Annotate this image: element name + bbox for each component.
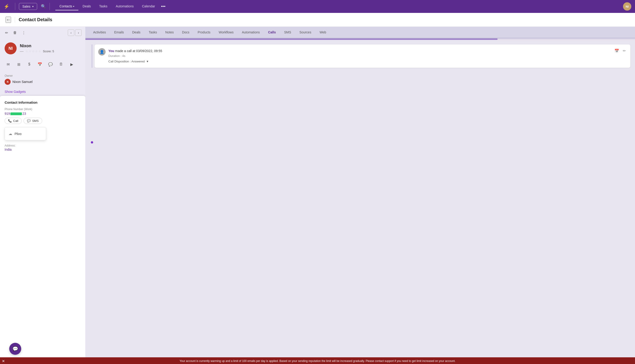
search-button[interactable]: 🔍 (41, 4, 46, 9)
nav-divider-1 (15, 3, 15, 10)
owner-label: Owner (5, 74, 81, 78)
tab-sms[interactable]: SMS (280, 27, 295, 38)
notification-message: Your account is currently warming up and… (180, 360, 456, 362)
tab-notes[interactable]: Notes (161, 27, 178, 38)
tab-docs[interactable]: Docs (178, 27, 193, 38)
calendar-action-button[interactable]: 📅 (36, 60, 44, 69)
address-value: India (5, 148, 81, 151)
contact-avatar: NI (5, 42, 17, 54)
score-dash-icon: — (20, 49, 24, 54)
content-area: 👤 You made a call at 03/09/2022, 09:55 D… (85, 40, 635, 357)
play-action-button[interactable]: ▶ (67, 60, 76, 69)
tab-workflows[interactable]: Workflows (215, 27, 238, 38)
header-divider (15, 17, 15, 22)
nav-link-contacts[interactable]: Contacts ▾ (55, 2, 78, 10)
app-logo[interactable]: ⚡ (4, 4, 10, 9)
address-section: Address: India (5, 144, 81, 151)
nav-links: Contacts ▾ Deals Tasks Automations Calen… (55, 2, 167, 11)
tab-web[interactable]: Web (315, 27, 331, 38)
bottom-notification-bar: ✕ Your account is currently warming up a… (0, 357, 635, 364)
tab-deals[interactable]: Deals (128, 27, 145, 38)
tab-products[interactable]: Products (193, 27, 214, 38)
tabs-container: Activities Emails Deals Tasks Notes Docs… (85, 27, 635, 38)
owner-section: Owner N Nixon Samuel (0, 72, 85, 88)
page-header: ← Contact Details (0, 13, 635, 27)
owner-avatar: N (5, 79, 11, 85)
call-sms-row: 📞 Call 💬 SMS (5, 118, 81, 124)
phone-field-value: 91923 (5, 112, 81, 116)
contact-card: NI Nixon — ☆☆☆☆☆ Score: 5 (0, 39, 85, 58)
tab-sources[interactable]: Sources (295, 27, 315, 38)
avatar-icon: 👤 (100, 50, 104, 54)
timeline-line (92, 44, 92, 68)
edit-call-button[interactable]: ✏ (622, 48, 627, 54)
edit-contact-button[interactable]: ✏ (4, 30, 10, 36)
more-menu-button[interactable]: ••• (159, 2, 167, 11)
call-button[interactable]: 📞 Call (5, 118, 22, 124)
email-action-button[interactable]: ✉ (4, 60, 13, 69)
action-icons-row: ✉ ⊞ $ 📅 💬 🗓 ▶ (0, 58, 85, 72)
back-button[interactable]: ← (6, 16, 11, 23)
chat-icon: 💬 (13, 346, 18, 352)
disposition-dropdown-button[interactable]: ▾ (147, 60, 148, 63)
call-title: You made a call at 03/09/2022, 09:55 (108, 49, 626, 53)
right-panel: Activities Emails Deals Tasks Notes Docs… (85, 27, 635, 357)
sms-button[interactable]: 💬 SMS (24, 118, 42, 124)
topnav: ⚡ Sales ▾ 🔍 Contacts ▾ Deals Tasks Autom… (0, 0, 635, 13)
nav-link-automations[interactable]: Automations (112, 2, 138, 10)
tab-tasks[interactable]: Tasks (145, 27, 161, 38)
prev-contact-button[interactable]: ‹ (68, 30, 74, 36)
sms-icon: 💬 (27, 119, 31, 122)
timeline-end-dot (91, 141, 93, 144)
next-contact-button[interactable]: › (75, 30, 82, 36)
deal-action-button[interactable]: $ (25, 60, 34, 69)
delete-contact-button[interactable]: 🗑 (12, 30, 18, 36)
left-panel: ✏ 🗑 ⋮ ‹ › NI Nixon — ☆☆☆☆☆ Score: 5 (0, 27, 85, 357)
nav-link-deals[interactable]: Deals (78, 2, 95, 10)
tab-automations[interactable]: Automations (238, 27, 264, 38)
schedule-call-button[interactable]: 📅 (613, 48, 620, 54)
cloud-icon: ☁ (9, 132, 12, 136)
contact-info-title: Contact Information (5, 100, 81, 104)
call-user-avatar: 👤 (98, 48, 106, 56)
user-avatar[interactable]: NI (623, 2, 631, 10)
owner-name: Nixon Samuel (13, 80, 33, 84)
page-title: Contact Details (19, 17, 52, 22)
plivo-option[interactable]: ☁ Plivo (5, 129, 46, 138)
more-options-button[interactable]: ⋮ (21, 30, 27, 36)
plivo-dropdown: ☁ Plivo (5, 127, 46, 140)
score-row: — ☆☆☆☆☆ Score: 5 (20, 49, 54, 54)
address-label: Address: (5, 144, 16, 147)
phone-icon: 📞 (8, 119, 12, 122)
score-label: Score: 5 (43, 50, 54, 53)
copy-action-button[interactable]: ⊞ (14, 60, 23, 69)
call-disposition: Call Disposition : Answered ▾ (108, 60, 626, 63)
nav-buttons: ‹ › (68, 30, 82, 36)
contact-info-basic: Nixon — ☆☆☆☆☆ Score: 5 (20, 44, 54, 54)
left-panel-toolbar: ✏ 🗑 ⋮ ‹ › (0, 27, 85, 39)
nav-link-calendar[interactable]: Calendar (138, 2, 159, 10)
tab-emails[interactable]: Emails (110, 27, 128, 38)
chat-action-button[interactable]: 💬 (46, 60, 55, 69)
nav-link-tasks[interactable]: Tasks (95, 2, 112, 10)
contact-info-panel: Contact Information Phone Number (Work) … (0, 96, 85, 357)
star-rating[interactable]: ☆☆☆☆☆ (25, 50, 41, 53)
sales-dropdown-button[interactable]: Sales ▾ (19, 3, 37, 10)
notification-close-button[interactable]: ✕ (2, 359, 5, 363)
caller-link[interactable]: You (108, 49, 114, 53)
tab-calls[interactable]: Calls (264, 27, 280, 38)
chevron-down-icon: ▾ (32, 5, 34, 8)
chat-bubble-button[interactable]: 💬 (9, 343, 21, 355)
phone-masked-section (10, 112, 22, 115)
show-gadgets-button[interactable]: Show Gadgets (0, 88, 85, 96)
owner-row: N Nixon Samuel (5, 79, 81, 85)
call-card-actions: 📅 ✏ (613, 48, 627, 54)
chevron-down-icon: ▾ (73, 5, 74, 8)
task-action-button[interactable]: 🗓 (57, 60, 66, 69)
nav-divider-2 (50, 3, 50, 10)
call-duration: Duration : 4s (108, 54, 626, 58)
phone-field-label: Phone Number (Work) (5, 108, 81, 111)
contact-name: Nixon (20, 44, 54, 48)
timeline-container: 👤 You made a call at 03/09/2022, 09:55 D… (90, 44, 630, 68)
tab-activities[interactable]: Activities (89, 27, 110, 38)
